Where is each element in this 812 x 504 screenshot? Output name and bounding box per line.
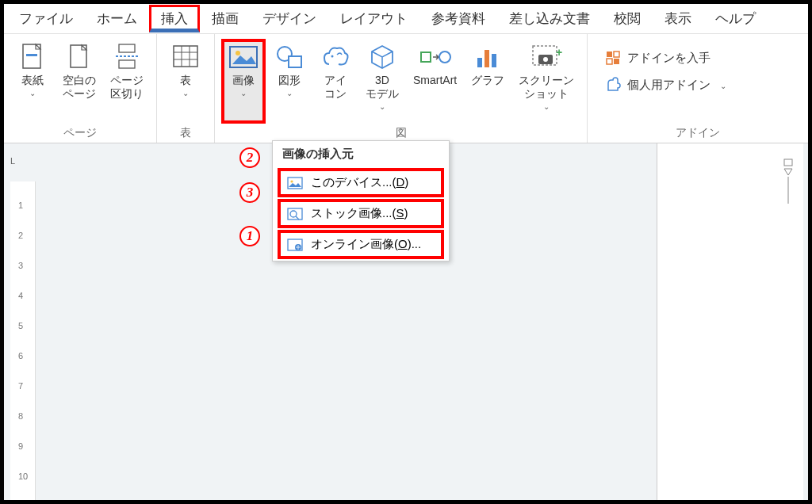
svg-rect-29 bbox=[784, 159, 792, 166]
dropdown-item-label: オンライン画像(O)... bbox=[311, 237, 421, 252]
ruler-tick: 8 bbox=[18, 411, 23, 421]
chevron-down-icon: ⌄ bbox=[720, 82, 726, 90]
menu-layout[interactable]: レイアウト bbox=[328, 5, 419, 32]
insert-from-device[interactable]: このデバイス...(D) bbox=[278, 168, 444, 197]
ruler-tick: 7 bbox=[18, 381, 23, 391]
3d-label: 3D モデル bbox=[366, 74, 399, 101]
3d-model-button[interactable]: 3D モデル ⌄ bbox=[359, 39, 405, 124]
ribbon-group-label: アドイン bbox=[676, 124, 720, 141]
my-addins-label: 個人用アドイン bbox=[627, 78, 710, 93]
insert-picture-dropdown: 画像の挿入元 このデバイス...(D) ストック画像...(S) オンライン画像… bbox=[272, 140, 450, 262]
svg-point-32 bbox=[290, 180, 293, 182]
stock-picture-icon bbox=[287, 207, 303, 221]
insert-online-pictures[interactable]: オンライン画像(O)... bbox=[278, 230, 444, 259]
menu-design[interactable]: デザイン bbox=[251, 5, 328, 32]
chevron-down-icon: ⌄ bbox=[286, 89, 293, 97]
table-label: 表 bbox=[180, 74, 191, 87]
ruler-tick: 5 bbox=[18, 321, 23, 330]
document-page[interactable] bbox=[657, 143, 803, 500]
svg-rect-27 bbox=[607, 59, 612, 64]
cover-page-label: 表紙 bbox=[21, 74, 44, 87]
svg-rect-1 bbox=[26, 54, 37, 56]
ruler-tick: 9 bbox=[18, 441, 23, 451]
blank-page-icon bbox=[63, 42, 95, 72]
blank-page-label: 空白の ページ bbox=[63, 74, 96, 101]
picture-icon bbox=[228, 42, 259, 72]
smartart-button[interactable]: SmartArt bbox=[407, 39, 463, 124]
chart-icon bbox=[472, 42, 504, 72]
shapes-button[interactable]: 図形 ⌄ bbox=[267, 39, 312, 124]
addin-icon bbox=[605, 77, 621, 93]
menu-view[interactable]: 表示 bbox=[653, 5, 703, 32]
table-button[interactable]: 表 ⌄ bbox=[163, 39, 208, 124]
picture-button[interactable]: 画像 ⌄ bbox=[221, 39, 266, 124]
smartart-label: SmartArt bbox=[413, 74, 457, 87]
store-icon bbox=[605, 50, 621, 66]
menu-bar: ファイル ホーム 挿入 描画 デザイン レイアウト 参考資料 差し込み文書 校閲… bbox=[4, 4, 808, 34]
insert-stock-images[interactable]: ストック画像...(S) bbox=[278, 199, 444, 228]
ribbon-group-label: 表 bbox=[180, 124, 191, 141]
page-break-button[interactable]: ページ 区切り bbox=[104, 39, 150, 124]
get-addins-label: アドインを入手 bbox=[627, 51, 710, 66]
screenshot-label: スクリーン ショット bbox=[519, 74, 574, 101]
ruler-corner: L bbox=[10, 156, 15, 166]
icons-button[interactable]: アイ コン bbox=[313, 39, 358, 124]
svg-rect-16 bbox=[421, 52, 431, 62]
ruler-tick: 1 bbox=[18, 200, 23, 210]
blank-page-button[interactable]: 空白の ページ bbox=[56, 39, 102, 124]
svg-rect-18 bbox=[477, 58, 482, 67]
ribbon-group-addins: アドインを入手 個人用アドイン ⌄ アドイン bbox=[588, 34, 808, 143]
chevron-down-icon: ⌄ bbox=[240, 89, 247, 97]
cover-page-icon bbox=[17, 42, 48, 72]
ribbon-group-illustrations: 画像 ⌄ 図形 ⌄ アイ コン bbox=[215, 34, 588, 143]
menu-file[interactable]: ファイル bbox=[7, 5, 85, 32]
smartart-icon bbox=[419, 42, 451, 72]
ribbon-group-label: 図 bbox=[396, 124, 407, 141]
svg-point-12 bbox=[236, 51, 240, 55]
margin-marker-icon[interactable] bbox=[781, 158, 795, 208]
chart-button[interactable]: グラフ bbox=[465, 39, 511, 124]
menu-references[interactable]: 参考資料 bbox=[419, 5, 497, 32]
svg-rect-6 bbox=[174, 46, 197, 67]
get-addins-button[interactable]: アドインを入手 bbox=[605, 50, 791, 66]
svg-rect-4 bbox=[119, 60, 135, 68]
menu-mailmerge[interactable]: 差し込み文書 bbox=[497, 5, 602, 32]
svg-text:+: + bbox=[556, 46, 562, 59]
ribbon: 表紙 ⌄ 空白の ページ ページ 区切り ページ bbox=[4, 34, 808, 143]
svg-rect-28 bbox=[614, 59, 619, 64]
ribbon-group-label: ページ bbox=[63, 124, 97, 141]
menu-draw[interactable]: 描画 bbox=[200, 5, 251, 32]
menu-insert[interactable]: 挿入 bbox=[149, 5, 200, 32]
picture-label: 画像 bbox=[232, 74, 255, 87]
annotation-circle: 3 bbox=[239, 182, 260, 203]
svg-point-34 bbox=[290, 211, 297, 217]
my-addins-button[interactable]: 個人用アドイン ⌄ bbox=[605, 77, 791, 93]
svg-rect-11 bbox=[230, 47, 257, 67]
icons-label: アイ コン bbox=[324, 74, 347, 101]
ribbon-group-table: 表 ⌄ 表 bbox=[157, 34, 215, 143]
screenshot-button[interactable]: + スクリーン ショット ⌄ bbox=[512, 39, 580, 124]
chevron-down-icon: ⌄ bbox=[379, 102, 385, 111]
vertical-ruler[interactable]: 1 2 3 4 5 6 7 8 9 10 bbox=[10, 181, 36, 500]
menu-review[interactable]: 校閲 bbox=[602, 5, 653, 32]
svg-rect-3 bbox=[119, 44, 135, 52]
annotation-circle: 2 bbox=[239, 147, 260, 168]
dropdown-item-label: このデバイス...(D) bbox=[311, 175, 408, 190]
menu-help[interactable]: ヘルプ bbox=[703, 5, 768, 32]
menu-home[interactable]: ホーム bbox=[85, 5, 149, 32]
dropdown-item-label: ストック画像...(S) bbox=[311, 206, 408, 221]
svg-point-17 bbox=[439, 52, 450, 63]
screenshot-icon: + bbox=[530, 42, 562, 72]
icons-icon bbox=[320, 42, 351, 72]
ribbon-group-pages: 表紙 ⌄ 空白の ページ ページ 区切り ページ bbox=[4, 34, 157, 143]
cover-page-button[interactable]: 表紙 ⌄ bbox=[10, 39, 55, 124]
ruler-tick: 10 bbox=[18, 472, 28, 481]
chevron-down-icon: ⌄ bbox=[29, 89, 36, 97]
annotation-circle: 1 bbox=[239, 226, 260, 246]
chart-label: グラフ bbox=[471, 74, 504, 87]
ruler-tick: 6 bbox=[18, 351, 23, 361]
svg-rect-20 bbox=[492, 54, 496, 67]
cube-icon bbox=[366, 42, 398, 72]
online-picture-icon bbox=[287, 238, 303, 252]
page-break-icon bbox=[111, 42, 143, 72]
